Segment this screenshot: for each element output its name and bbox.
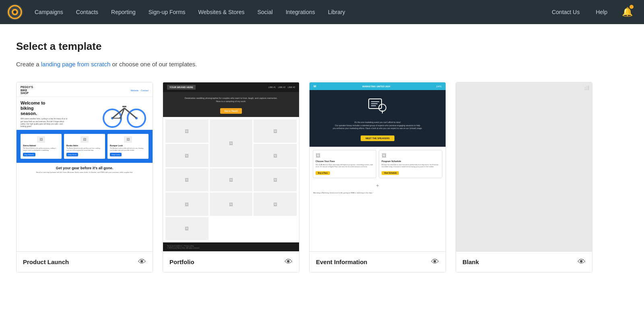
template-name-event: Event Information	[316, 258, 367, 265]
template-card-blank[interactable]: ⬜ Blank 👁	[456, 82, 592, 273]
nav-reporting[interactable]: Reporting	[105, 0, 142, 24]
navbar: Campaigns Contacts Reporting Sign-up For…	[0, 0, 644, 24]
template-footer-blank: Blank 👁	[456, 251, 592, 272]
svg-point-18	[379, 104, 386, 111]
template-preview-blank: ⬜	[456, 82, 592, 251]
template-card-portfolio[interactable]: YOUR BRAND HERE LINK #1 LINK #2 LINK #3 …	[163, 82, 299, 273]
template-preview-event: M MARKETING UNITED 2024 DATE	[310, 82, 446, 251]
template-preview-product-launch: PEGGY'SBIKESHOP Website Contact Welcome …	[17, 82, 153, 251]
subtitle-end: or choose one of our templates.	[110, 61, 197, 68]
template-name-portfolio: Portfolio	[169, 258, 194, 265]
nav-social[interactable]: Social	[251, 0, 279, 24]
svg-point-3	[13, 10, 17, 14]
nav-campaigns[interactable]: Campaigns	[28, 0, 70, 24]
subtitle-text: Create a	[16, 61, 41, 68]
nav-library[interactable]: Library	[322, 0, 352, 24]
app-logo[interactable]	[6, 4, 23, 21]
preview-eye-product-launch[interactable]: 👁	[138, 257, 146, 267]
nav-websites-stores[interactable]: Websites & Stores	[192, 0, 251, 24]
template-footer-portfolio: Portfolio 👁	[163, 251, 299, 272]
page-title: Select a template	[16, 40, 628, 53]
template-name-product-launch: Product Launch	[23, 258, 69, 265]
scratch-link[interactable]: landing page from scratch	[41, 61, 111, 68]
template-footer-product-launch: Product Launch 👁	[17, 251, 153, 272]
page-subtitle: Create a landing page from scratch or ch…	[16, 61, 628, 68]
template-footer-event: Event Information 👁	[310, 251, 446, 272]
nav-help[interactable]: Help	[589, 0, 614, 24]
nav-signup-forms[interactable]: Sign-up Forms	[142, 0, 192, 24]
nav-integrations[interactable]: Integrations	[279, 0, 322, 24]
templates-grid: PEGGY'SBIKESHOP Website Contact Welcome …	[16, 82, 628, 273]
template-card-event[interactable]: M MARKETING UNITED 2024 DATE	[309, 82, 446, 273]
notification-dot	[630, 5, 634, 9]
preview-eye-blank[interactable]: 👁	[578, 257, 586, 267]
template-card-product-launch[interactable]: PEGGY'SBIKESHOP Website Contact Welcome …	[16, 82, 153, 273]
nav-right: Contact Us Help 🔔	[545, 0, 638, 24]
template-preview-portfolio: YOUR BRAND HERE LINK #1 LINK #2 LINK #3 …	[163, 82, 299, 251]
preview-eye-portfolio[interactable]: 👁	[285, 257, 293, 267]
nav-contacts[interactable]: Contacts	[70, 0, 105, 24]
nav-contact-us[interactable]: Contact Us	[545, 0, 586, 24]
nav-bell[interactable]: 🔔	[617, 0, 638, 24]
main-content: Select a template Create a landing page …	[0, 24, 644, 320]
preview-eye-event[interactable]: 👁	[431, 257, 439, 267]
blank-corner-icon: ⬜	[584, 86, 589, 90]
nav-links: Campaigns Contacts Reporting Sign-up For…	[28, 0, 545, 24]
template-name-blank: Blank	[462, 258, 479, 265]
